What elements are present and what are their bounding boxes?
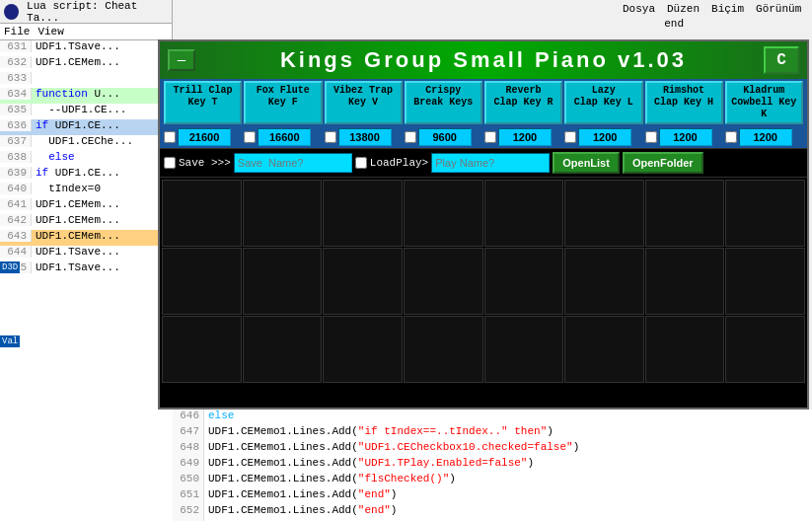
checkbox-5[interactable] (564, 131, 576, 143)
lua-panel-title: Lua script: Cheat Ta... (27, 0, 168, 24)
key-vibez-trap[interactable]: Vibez TrapKey V (325, 81, 403, 124)
end-text: end (664, 18, 684, 30)
grid-cell-2-4 (484, 316, 564, 383)
code-line-644: 644 UDF1.TSave... (0, 246, 172, 261)
lua-icon (4, 4, 19, 20)
code-line-642: 642 UDF1.CEMem... (0, 214, 172, 230)
d3d-label: D3D (0, 261, 20, 273)
minimize-button[interactable]: — (168, 49, 195, 71)
key-fox-flute[interactable]: Fox FluteKey F (244, 81, 322, 124)
save-checkbox[interactable] (164, 157, 176, 169)
save-label: Save >>> (179, 157, 231, 169)
grid-cell-0-4 (484, 180, 564, 247)
grid-cell-2-3 (404, 316, 483, 383)
load-checkbox[interactable] (355, 157, 367, 169)
save-load-row: Save >>> LoadPlay> OpenList OpenFolder (160, 148, 807, 178)
file-menu[interactable]: File (4, 26, 30, 37)
code-panel-header: Lua script: Cheat Ta... (0, 0, 172, 24)
grid-cell-0-6 (645, 180, 725, 247)
grid-cell-0-7 (725, 180, 805, 247)
key-reverb-clap[interactable]: ReverbClap Key R (484, 81, 562, 124)
grid-area (160, 178, 807, 385)
grid-cell-1-6 (645, 248, 725, 315)
val-label: Val (0, 335, 20, 347)
code-line-639: 639 if UDF1.CE... (0, 167, 172, 183)
menu-dosya[interactable]: Dosya (623, 3, 655, 15)
value-input-1[interactable] (258, 128, 311, 146)
code-line-643: 643 UDF1.CEMem... (0, 230, 172, 246)
grid-cell-1-3 (404, 248, 483, 315)
close-button[interactable]: C (764, 46, 799, 74)
code-line-645: 645 UDF1.TSave... (0, 261, 172, 277)
code-line-634: 634 function U... (0, 88, 172, 104)
checkbox-4[interactable] (484, 131, 496, 143)
grid-cell-1-2 (323, 248, 403, 315)
value-input-4[interactable] (498, 128, 552, 146)
code-line-652: 652 UDF1.CEMemo1.Lines.Add("end") (173, 504, 812, 520)
open-list-button[interactable]: OpenList (553, 152, 620, 174)
key-crispy-break[interactable]: Crispy Break Keys (405, 81, 482, 124)
grid-cell-2-2 (323, 316, 403, 383)
code-menubar: File View (0, 24, 172, 40)
value-cell-6 (645, 128, 723, 146)
value-input-2[interactable] (338, 128, 392, 146)
code-bottom: 646 else 647 UDF1.CEMemo1.Lines.Add("if … (0, 409, 812, 521)
save-name-input[interactable] (234, 153, 352, 173)
open-folder-button[interactable]: OpenFolder (623, 152, 703, 174)
key-rimshot-clap[interactable]: RimshotClap Key H (645, 81, 723, 124)
key-kladrum[interactable]: KladrumCowbell Key K (725, 81, 803, 124)
menu-bicim[interactable]: Biçim (711, 3, 744, 15)
app-title: Kings Group Small Piano v1.03 (203, 47, 764, 73)
value-cell-0 (164, 128, 242, 146)
key-trill-clap[interactable]: Trill ClapKey T (164, 81, 242, 124)
value-cell-5 (564, 128, 642, 146)
code-line-649: 649 UDF1.CEMemo1.Lines.Add("UDF1.TPlay.E… (173, 457, 812, 473)
menu-gorunum[interactable]: Görünüm (756, 3, 801, 15)
value-cell-1 (244, 128, 322, 146)
value-input-0[interactable] (178, 128, 231, 146)
code-line-650: 650 UDF1.CEMemo1.Lines.Add("flsChecked()… (173, 473, 812, 488)
code-line-641: 641 UDF1.CEMem... (0, 198, 172, 214)
code-line-640: 640 tIndex=0 (0, 183, 172, 198)
checkbox-2[interactable] (325, 131, 336, 143)
key-lazy-clap[interactable]: LazyClap Key L (564, 81, 642, 124)
keys-row: Trill ClapKey T Fox FluteKey F Vibez Tra… (160, 79, 807, 126)
grid-cell-1-1 (243, 248, 323, 315)
grid-cell-1-4 (484, 248, 564, 315)
code-line-638: 638 else (0, 151, 172, 167)
value-input-6[interactable] (659, 128, 712, 146)
load-label: LoadPlay> (370, 157, 428, 169)
value-input-5[interactable] (578, 128, 631, 146)
code-line-647: 647 UDF1.CEMemo1.Lines.Add("if tIndex==.… (173, 425, 812, 441)
grid-cell-1-5 (564, 248, 644, 315)
checkbox-1[interactable] (244, 131, 256, 143)
code-line-637: 637 UDF1.CEChe... (0, 135, 172, 151)
code-line-632: 632 UDF1.CEMem... (0, 56, 172, 72)
grid-cell-0-0 (162, 180, 242, 247)
checkbox-6[interactable] (645, 131, 657, 143)
value-input-7[interactable] (739, 128, 792, 146)
code-line-646: 646 else (173, 409, 812, 425)
grid-cell-0-1 (243, 180, 323, 247)
code-line-631: 631 UDF1.TSave... (0, 40, 172, 56)
menu-duzen[interactable]: Düzen (667, 3, 700, 15)
code-line-651: 651 UDF1.CEMemo1.Lines.Add("end") (173, 488, 812, 504)
grid-cell-2-7 (725, 316, 805, 383)
view-menu[interactable]: View (37, 26, 63, 37)
piano-window: — Kings Group Small Piano v1.03 C Trill … (158, 39, 809, 409)
value-cell-2 (325, 128, 403, 146)
grid-cell-1-7 (725, 248, 805, 315)
checkbox-7[interactable] (725, 131, 737, 143)
code-line-636: 636 if UDF1.CE... (0, 119, 172, 135)
code-line-635: 635 --UDF1.CE... (0, 104, 172, 119)
grid-cell-2-5 (564, 316, 644, 383)
checkbox-3[interactable] (405, 131, 416, 143)
values-row (160, 126, 807, 148)
value-input-3[interactable] (418, 128, 472, 146)
checkbox-0[interactable] (164, 131, 176, 143)
grid-cell-0-5 (564, 180, 644, 247)
grid-cell-1-0 (162, 248, 242, 315)
value-cell-3 (405, 128, 482, 146)
play-name-input[interactable] (431, 153, 550, 173)
code-lines: 631 UDF1.TSave... 632 UDF1.CEMem... 633 … (0, 40, 172, 277)
